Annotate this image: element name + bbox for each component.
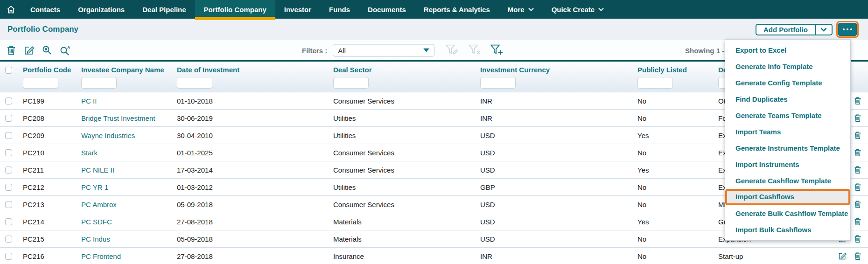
menu-item[interactable]: Generate Info Template	[725, 58, 850, 75]
menu-item[interactable]: Import Bulk Cashflows	[725, 222, 850, 238]
home-button[interactable]	[0, 0, 21, 19]
investee-company-name-filter-input[interactable]	[81, 77, 117, 89]
investee-company-link[interactable]: PC Frontend	[77, 252, 173, 260]
toolbar-icons: A	[7, 45, 71, 56]
search-button[interactable]	[42, 45, 52, 55]
delete-button[interactable]	[7, 45, 16, 56]
date-of-investment-cell: 27-08-2018	[173, 252, 329, 260]
advanced-search-button[interactable]: A	[60, 45, 71, 56]
row-delete-button[interactable]	[854, 217, 861, 226]
row-checkbox[interactable]	[5, 97, 12, 104]
column-label: Investee Company Name	[81, 66, 164, 74]
menu-item[interactable]: Find Duplicates	[725, 91, 850, 107]
portfolio-code-cell: PC214	[19, 218, 77, 226]
date-of-investment-cell: 01-10-2018	[173, 97, 329, 105]
filters-group: Filters : All	[302, 44, 503, 56]
row-delete-button[interactable]	[854, 200, 861, 208]
date-of-investment-cell: 30-06-2019	[173, 114, 329, 122]
row-delete-button[interactable]	[854, 235, 861, 243]
nav-item-portfolio-company[interactable]: Portfolio Company	[195, 0, 275, 19]
add-portfolio-caret-button[interactable]	[815, 25, 832, 35]
nav-item-investor[interactable]: Investor	[275, 0, 320, 19]
investee-company-link[interactable]: Bridge Trust Investment	[77, 114, 173, 122]
investee-company-link[interactable]: PC Ambrox	[77, 201, 173, 208]
portfolio-code-cell: PC216	[19, 252, 77, 260]
row-checkbox[interactable]	[5, 236, 12, 243]
date-of-investment-filter-input[interactable]	[177, 77, 212, 89]
investee-company-link[interactable]: Stark	[77, 149, 173, 157]
menu-item[interactable]: Generate Config Template	[725, 75, 850, 91]
investee-company-link[interactable]: PC II	[77, 97, 173, 105]
menu-item[interactable]: Import Cashflows	[725, 189, 850, 205]
add-filter-button[interactable]	[490, 45, 503, 56]
nav-label: Quick Create	[552, 6, 595, 14]
date-of-investment-cell: 01-01-2025	[173, 149, 329, 157]
menu-item[interactable]: Import Teams	[725, 124, 850, 140]
row-checkbox[interactable]	[5, 132, 12, 139]
nav-item-organizations[interactable]: Organizations	[69, 0, 133, 19]
more-options-button[interactable]	[838, 23, 857, 36]
row-checkbox[interactable]	[5, 253, 12, 260]
deal-sector-cell: Consumer Services	[329, 149, 476, 157]
row-checkbox[interactable]	[5, 184, 12, 191]
row-delete-button[interactable]	[854, 114, 861, 122]
menu-item[interactable]: Generate Instruments Template	[725, 140, 850, 156]
trash-icon	[854, 97, 861, 105]
trash-icon	[854, 114, 861, 122]
nav-item-funds[interactable]: Funds	[320, 0, 359, 19]
column-label: Date of Investment	[177, 66, 239, 74]
deal-sector-filter-input[interactable]	[333, 77, 369, 89]
row-checkbox[interactable]	[5, 218, 12, 225]
column-header-publicly-listed: Publicly Listed	[633, 62, 714, 92]
trash-icon	[854, 252, 861, 260]
menu-item[interactable]: Generate Cashflow Template	[725, 173, 850, 189]
trash-icon	[854, 166, 861, 174]
menu-item[interactable]: Generate Teams Template	[725, 107, 850, 124]
nav-label: Funds	[329, 6, 350, 14]
row-delete-button[interactable]	[854, 97, 861, 105]
investee-company-link[interactable]: Wayne Industries	[77, 132, 173, 139]
nav-item-reports-analytics[interactable]: Reports & Analytics	[415, 0, 499, 19]
trash-icon	[854, 183, 861, 191]
table-row: PC216 PC Frontend 27-08-2018 Insurance I…	[0, 248, 868, 264]
nav-item-deal-pipeline[interactable]: Deal Pipeline	[133, 0, 195, 19]
deal-sector-cell: Materials	[329, 218, 476, 226]
row-delete-button[interactable]	[854, 131, 861, 139]
investment-currency-cell: USD	[476, 235, 633, 243]
nav-item-more[interactable]: More	[499, 0, 543, 19]
date-of-investment-cell: 30-04-2010	[173, 132, 329, 139]
row-delete-button[interactable]	[854, 183, 861, 191]
clear-filter-button[interactable]	[469, 45, 481, 56]
ellipsis-icon	[847, 28, 848, 30]
edit-icon	[24, 45, 34, 56]
investee-company-link[interactable]: PC NILE II	[77, 166, 173, 174]
row-delete-button[interactable]	[854, 166, 861, 174]
nav-item-quick-create[interactable]: Quick Create	[543, 0, 613, 19]
nav-item-documents[interactable]: Documents	[359, 0, 415, 19]
investee-company-link[interactable]: PC Indus	[77, 235, 173, 243]
row-checkbox[interactable]	[5, 201, 12, 208]
row-checkbox[interactable]	[5, 149, 12, 156]
column-header-portfolio-code: Portfolio Code	[19, 62, 77, 92]
row-checkbox[interactable]	[5, 115, 12, 122]
filters-select[interactable]: All	[333, 44, 434, 56]
investment-currency-filter-input[interactable]	[480, 77, 516, 89]
nav-item-contacts[interactable]: Contacts	[21, 0, 69, 19]
row-delete-button[interactable]	[854, 252, 861, 260]
row-edit-button[interactable]	[838, 252, 847, 260]
investee-company-link[interactable]: PC YR 1	[77, 183, 173, 191]
add-portfolio-button[interactable]: Add Portfolio	[756, 25, 815, 35]
row-checkbox[interactable]	[5, 167, 12, 174]
publicly-listed-cell: Yes	[633, 166, 714, 174]
portfolio-code-filter-input[interactable]	[23, 77, 58, 89]
edit-button[interactable]	[24, 45, 34, 56]
publicly-listed-filter-input[interactable]	[637, 77, 673, 89]
menu-item[interactable]: Export to Excel	[725, 42, 850, 58]
investee-company-link[interactable]: PC SDFC	[77, 218, 173, 226]
menu-item[interactable]: Import Instruments	[725, 156, 850, 173]
add-portfolio-split-button: Add Portfolio	[756, 24, 833, 35]
edit-filter-button[interactable]	[446, 45, 459, 56]
menu-item[interactable]: Generate Bulk Cashflow Template	[725, 205, 850, 222]
select-all-checkbox[interactable]	[5, 67, 12, 74]
row-delete-button[interactable]	[854, 148, 861, 157]
